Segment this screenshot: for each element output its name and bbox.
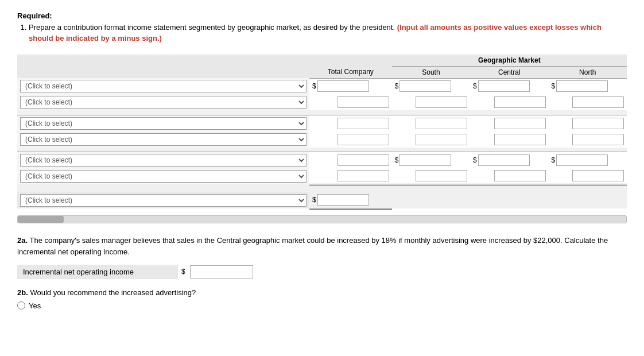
row3-total-cell: [309, 115, 392, 131]
row6-total-cell: [309, 168, 392, 184]
table-row: (Click to select) $ $ $: [17, 78, 627, 94]
row6-label-cell: (Click to select): [17, 168, 309, 184]
sep-row-1: [17, 110, 627, 115]
table-row: (Click to select): [17, 168, 627, 184]
section-2b-question: 2b. Would you recommend the increased ad…: [17, 288, 627, 297]
row3-total-input[interactable]: [337, 118, 389, 129]
row6-north-cell: [549, 168, 627, 184]
row2-total-input[interactable]: [337, 96, 389, 108]
row1-north-input[interactable]: [556, 80, 608, 92]
row6-central-cell: [470, 168, 548, 184]
row3-south-input[interactable]: [416, 118, 467, 129]
row3-south-cell: [392, 115, 470, 131]
row7-south-cell: [392, 192, 470, 208]
row3-label-cell: (Click to select): [17, 115, 309, 131]
table-row: (Click to select): [17, 131, 627, 148]
row3-central-input[interactable]: [494, 118, 546, 129]
incremental-dollar: $: [181, 268, 185, 276]
row7-total-cell: $: [309, 192, 392, 208]
row1-central-input[interactable]: [478, 80, 530, 92]
row5-label-cell: (Click to select): [17, 152, 309, 169]
row2-south-cell: [392, 94, 470, 110]
row1-south-dollar: $: [395, 82, 399, 90]
row5-total-cell: [309, 152, 392, 169]
row6-south-input[interactable]: [416, 170, 467, 181]
row4-total-cell: [309, 131, 392, 148]
geographic-market-header: Geographic Market: [392, 55, 627, 67]
row5-north-dollar: $: [552, 156, 556, 164]
total-company-sub-header: Total Company: [309, 66, 392, 78]
sep-row-2: [17, 148, 627, 152]
row2-select[interactable]: (Click to select): [20, 96, 307, 109]
row2-total-cell: [309, 94, 392, 110]
row5-north-input[interactable]: [556, 154, 608, 166]
section-2a: 2a. The company's sales manager believes…: [17, 235, 627, 279]
incremental-input[interactable]: [190, 265, 253, 278]
row1-select[interactable]: (Click to select): [20, 80, 307, 92]
row2-central-input[interactable]: [494, 96, 546, 108]
row4-south-cell: [392, 131, 470, 148]
row1-total-dollar: $: [312, 82, 316, 90]
row1-label-cell: (Click to select): [17, 78, 309, 94]
north-header: North: [549, 66, 627, 78]
row2-central-cell: [470, 94, 548, 110]
south-header: South: [392, 66, 470, 78]
row1-total-input[interactable]: [317, 80, 369, 92]
row5-central-dollar: $: [473, 156, 477, 164]
row1-north-cell: $: [549, 78, 627, 94]
row6-south-cell: [392, 168, 470, 184]
central-header: Central: [470, 66, 548, 78]
yes-label: Yes: [29, 301, 41, 310]
row7-total-input[interactable]: [317, 194, 369, 206]
table-row: (Click to select) $: [17, 192, 627, 208]
row7-total-dollar: $: [312, 196, 316, 204]
section-2b: 2b. Would you recommend the increased ad…: [17, 288, 627, 310]
row4-central-cell: [470, 131, 548, 148]
row2-north-cell: [549, 94, 627, 110]
row4-north-input[interactable]: [572, 134, 624, 145]
row7-central-cell: [470, 192, 548, 208]
yes-radio[interactable]: [17, 301, 25, 309]
row7-select[interactable]: (Click to select): [20, 194, 307, 207]
row1-north-dollar: $: [552, 82, 556, 90]
row2-label-cell: (Click to select): [17, 94, 309, 110]
row5-south-cell: $: [392, 152, 470, 169]
row4-central-input[interactable]: [494, 134, 546, 145]
row3-north-cell: [549, 115, 627, 131]
row5-select[interactable]: (Click to select): [20, 154, 307, 167]
row5-north-cell: $: [549, 152, 627, 169]
sep-row-3: [17, 184, 627, 192]
row3-north-input[interactable]: [572, 118, 624, 129]
row7-north-cell: [549, 192, 627, 208]
income-statement-table: Geographic Market Total Company South Ce…: [17, 55, 627, 210]
row4-select[interactable]: (Click to select): [20, 133, 307, 146]
table-row: (Click to select) $ $: [17, 152, 627, 169]
label-col-header: [17, 55, 309, 79]
instruction-item-1: Prepare a contribution format income sta…: [29, 22, 627, 44]
row6-north-input[interactable]: [572, 170, 624, 181]
row1-south-input[interactable]: [399, 80, 451, 92]
required-label: Required:: [17, 11, 52, 20]
row2-south-input[interactable]: [416, 96, 467, 108]
row5-south-dollar: $: [395, 156, 399, 164]
row6-central-input[interactable]: [494, 170, 546, 181]
row4-south-input[interactable]: [416, 134, 467, 145]
section-2a-text: 2a. The company's sales manager believes…: [17, 235, 627, 258]
row4-total-input[interactable]: [337, 134, 389, 145]
row3-select[interactable]: (Click to select): [20, 117, 307, 130]
row5-south-input[interactable]: [399, 154, 451, 166]
row4-north-cell: [549, 131, 627, 148]
table-row: (Click to select): [17, 115, 627, 131]
row4-label-cell: (Click to select): [17, 131, 309, 148]
row6-total-input[interactable]: [337, 170, 389, 181]
row5-central-input[interactable]: [478, 154, 530, 166]
scroll-thumb: [18, 216, 64, 223]
incremental-label: Incremental net operating income: [17, 265, 178, 279]
row6-select[interactable]: (Click to select): [20, 170, 307, 183]
incremental-row: Incremental net operating income $: [17, 265, 627, 279]
row1-total-cell: $: [309, 78, 392, 94]
row2-north-input[interactable]: [572, 96, 624, 108]
row5-total-input[interactable]: [337, 154, 389, 166]
horizontal-scrollbar[interactable]: [17, 215, 627, 223]
row7-label-cell: (Click to select): [17, 192, 309, 208]
